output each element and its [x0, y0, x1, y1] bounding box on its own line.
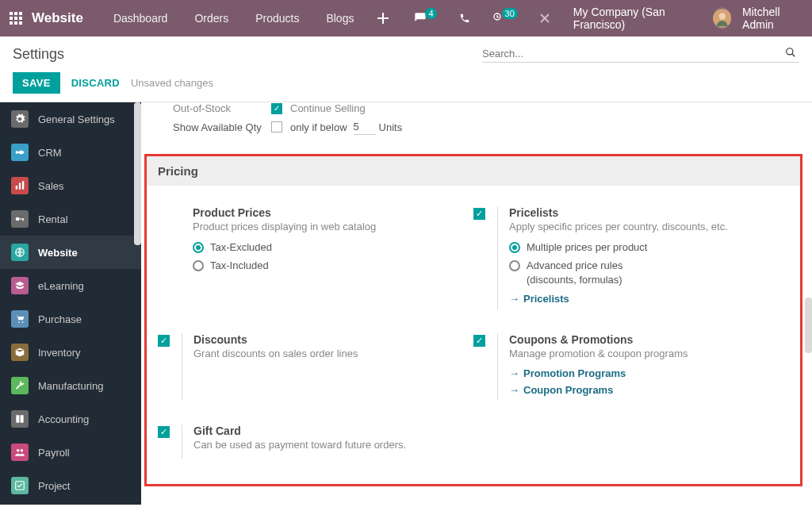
- action-bar: SAVE DISCARD Unsaved changes: [0, 67, 812, 102]
- pricelists-link[interactable]: → Pricelists: [509, 293, 781, 305]
- svg-point-14: [718, 13, 725, 19]
- close-x-icon[interactable]: [532, 0, 557, 36]
- nav-blogs[interactable]: Blogs: [315, 0, 365, 36]
- sidebar-item-label: Website: [38, 247, 130, 259]
- promotion-programs-label: Promotion Programs: [523, 367, 626, 379]
- wrench-icon: [11, 377, 29, 394]
- pricelists-block: Pricelists Apply specific prices per cou…: [473, 202, 789, 328]
- globe-icon: [11, 244, 29, 261]
- grad-icon: [11, 277, 29, 294]
- messages-badge: 4: [425, 8, 436, 19]
- qty-threshold-input[interactable]: [354, 119, 376, 135]
- avatar[interactable]: [713, 7, 732, 29]
- out-of-stock-label: Out-of-Stock: [173, 102, 268, 114]
- users-icon: [11, 444, 29, 461]
- svg-point-15: [787, 48, 793, 54]
- username[interactable]: Mitchell Admin: [742, 6, 802, 31]
- brand-name[interactable]: Website: [32, 10, 83, 26]
- nav-orders[interactable]: Orders: [183, 0, 239, 36]
- sidebar-item-label: Accounting: [38, 413, 130, 425]
- sidebar-item-label: Manufacturing: [38, 380, 130, 392]
- save-button[interactable]: SAVE: [13, 72, 60, 94]
- sidebar-item-elearning[interactable]: eLearning: [0, 269, 141, 302]
- radio-advanced-rules-label: Advanced price rules (discounts, formula…: [527, 259, 661, 287]
- content-scrollbar[interactable]: [805, 298, 812, 353]
- sidebar-item-project[interactable]: Project: [0, 469, 141, 502]
- sidebar-item-sales[interactable]: Sales: [0, 169, 141, 202]
- unsaved-indicator: Unsaved changes: [131, 77, 213, 89]
- coupons-desc: Manage promotion & coupon programs: [509, 348, 781, 359]
- company-selector[interactable]: My Company (San Francisco): [562, 6, 708, 31]
- svg-rect-2: [19, 12, 22, 15]
- sidebar-item-label: CRM: [38, 147, 130, 159]
- show-qty-row: Show Available Qty only if below Units: [141, 117, 812, 146]
- pricelists-title: Pricelists: [509, 206, 781, 219]
- discounts-block: Discounts Grant discounts on sales order…: [158, 328, 473, 420]
- nav-dashboard[interactable]: Dashboard: [102, 0, 179, 36]
- search-input[interactable]: [482, 48, 782, 60]
- sidebar-item-inventory[interactable]: Inventory: [0, 336, 141, 369]
- sidebar-item-website[interactable]: Website: [0, 236, 141, 269]
- sidebar-item-label: Inventory: [38, 347, 130, 359]
- radio-advanced-rules[interactable]: [509, 260, 520, 271]
- coupon-programs-link[interactable]: → Coupon Programs: [509, 384, 781, 396]
- radio-tax-excluded[interactable]: [193, 242, 204, 253]
- radio-tax-included[interactable]: [193, 260, 204, 271]
- page-title: Settings: [13, 46, 64, 63]
- search-icon[interactable]: [782, 47, 799, 60]
- new-icon[interactable]: [370, 0, 396, 36]
- sidebar-item-purchase[interactable]: Purchase: [0, 302, 141, 336]
- discounts-checkbox[interactable]: [158, 335, 170, 347]
- svg-rect-8: [19, 21, 22, 25]
- coupons-block: Coupons & Promotions Manage promotion & …: [473, 328, 789, 420]
- sidebar-item-manufacturing[interactable]: Manufacturing: [0, 369, 141, 402]
- svg-rect-19: [22, 181, 24, 190]
- radio-multiple-prices[interactable]: [509, 242, 520, 253]
- svg-point-27: [21, 449, 23, 452]
- sidebar-scrollbar[interactable]: [134, 102, 141, 245]
- discard-button[interactable]: DISCARD: [71, 77, 120, 89]
- svg-rect-5: [19, 17, 22, 20]
- header: Settings: [0, 36, 812, 67]
- arrow-icon: →: [509, 384, 519, 396]
- discounts-desc: Grant discounts on sales order lines: [193, 348, 465, 359]
- apps-icon[interactable]: [10, 12, 22, 25]
- nav-products[interactable]: Products: [244, 0, 310, 36]
- handshake-icon: [11, 144, 29, 161]
- sidebar-item-accounting[interactable]: Accounting: [0, 402, 141, 436]
- show-qty-label: Show Available Qty: [173, 121, 268, 133]
- sidebar-item-rental[interactable]: Rental: [0, 202, 141, 236]
- arrow-icon: →: [509, 293, 519, 305]
- sidebar: General SettingsCRMSalesRentalWebsiteeLe…: [0, 102, 141, 505]
- show-qty-checkbox[interactable]: [271, 121, 282, 133]
- svg-rect-1: [14, 12, 17, 15]
- content: Out-of-Stock Continue Selling Show Avail…: [141, 102, 812, 505]
- svg-rect-4: [14, 17, 17, 20]
- product-prices-title: Product Prices: [193, 206, 465, 219]
- radio-tax-excluded-label: Tax-Excluded: [210, 240, 272, 255]
- svg-rect-0: [10, 12, 13, 15]
- phone-icon[interactable]: [451, 0, 478, 36]
- sidebar-item-crm[interactable]: CRM: [0, 136, 141, 169]
- svg-rect-3: [10, 17, 13, 20]
- sidebar-item-field-service[interactable]: Field Service: [0, 502, 141, 505]
- only-if-below-label: only if below: [290, 121, 347, 133]
- coupons-checkbox[interactable]: [473, 335, 485, 347]
- svg-point-25: [22, 321, 24, 323]
- svg-rect-18: [19, 183, 21, 190]
- messages-icon[interactable]: 4: [406, 0, 446, 36]
- continue-selling-checkbox[interactable]: [271, 103, 282, 114]
- sidebar-item-payroll[interactable]: Payroll: [0, 436, 141, 469]
- activity-icon[interactable]: 30: [483, 0, 527, 36]
- svg-rect-17: [16, 186, 17, 190]
- sidebar-item-general-settings[interactable]: General Settings: [0, 102, 141, 136]
- pricelists-checkbox[interactable]: [473, 208, 485, 220]
- sidebar-item-label: Sales: [38, 180, 130, 192]
- svg-line-16: [792, 53, 795, 56]
- giftcard-checkbox[interactable]: [158, 426, 170, 438]
- product-prices-block: Product Prices Product prices displaying…: [158, 202, 473, 328]
- promotion-programs-link[interactable]: → Promotion Programs: [509, 367, 781, 379]
- giftcard-desc: Can be used as payment toward future ord…: [193, 439, 465, 451]
- sidebar-item-label: eLearning: [38, 280, 130, 292]
- activity-badge: 30: [502, 8, 518, 19]
